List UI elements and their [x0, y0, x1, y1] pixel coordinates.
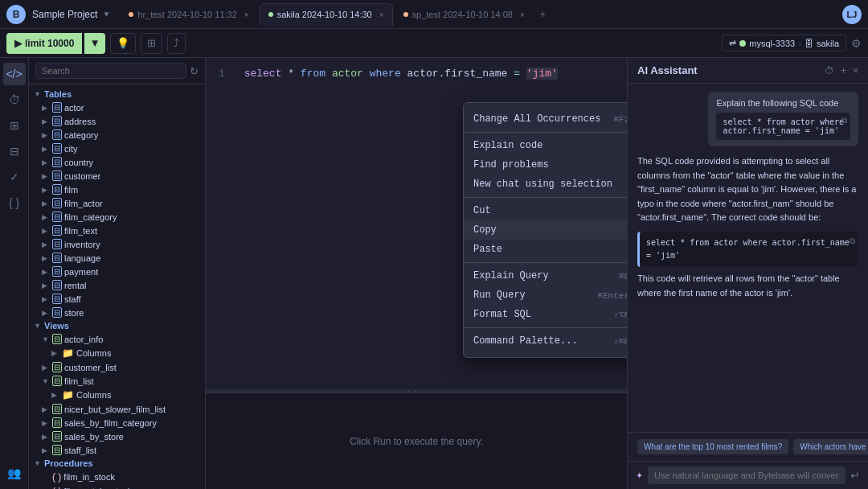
run-button[interactable]: ▶ limit 10000: [6, 33, 82, 54]
ctx-change-all-occurrences[interactable]: Change All Occurrences ⌘F2: [464, 109, 627, 129]
tab-sp-test[interactable]: sp_test 2024-10-10 14:08 ×: [395, 3, 534, 26]
sidebar-item-film-list-columns[interactable]: ▶ 📁 Columns: [29, 388, 205, 402]
ai-snippet-copy-icon[interactable]: ⧉: [850, 235, 855, 248]
ai-send-icon[interactable]: ↵: [850, 469, 860, 482]
sidebar-section-tables[interactable]: ▼ Tables: [29, 88, 205, 101]
ctx-run-query[interactable]: Run Query ⌘Enter: [464, 286, 627, 305]
table-label-rental: rental: [64, 281, 87, 290]
sidebar-item-sales-by-film-category[interactable]: ▶ ⊟ sales_by_film_category: [29, 416, 205, 429]
sidebar-item-customer-list[interactable]: ▶ ⊟ customer_list: [29, 360, 205, 374]
view-label-staff-list: staff_list: [64, 446, 96, 455]
sidebar-item-country[interactable]: ▶ ⊟ country: [29, 155, 205, 169]
ctx-find-problems[interactable]: Find problems: [464, 155, 627, 175]
ai-suggestion-1[interactable]: What are the top 10 most rented films?: [637, 439, 788, 454]
sidebar-item-rental[interactable]: ▶ ⊟ rental: [29, 278, 205, 292]
sidebar-item-language[interactable]: ▶ ⊟ language: [29, 251, 205, 265]
view-label-customer-list: customer_list: [64, 363, 117, 372]
iconbar-brackets[interactable]: { }: [3, 191, 26, 214]
ai-input-field[interactable]: [648, 466, 845, 484]
iconbar-code[interactable]: </>: [3, 63, 26, 85]
iconbar-history[interactable]: ⏱: [3, 88, 26, 111]
view-columns-label: Columns: [76, 348, 111, 358]
sidebar-item-nicer-film-list[interactable]: ▶ ⊟ nicer_but_slower_film_list: [29, 402, 205, 416]
sidebar-item-film[interactable]: ▶ ⊟ film: [29, 183, 205, 196]
editor-area: 1 select * from actor where actor.first_…: [206, 58, 627, 489]
sidebar-item-film-actor[interactable]: ▶ ⊟ film_actor: [29, 196, 205, 210]
sidebar-item-payment[interactable]: ▶ ⊟ payment: [29, 265, 205, 278]
run-dropdown-button[interactable]: ▼: [84, 33, 104, 54]
table-label-country: country: [64, 158, 93, 167]
sidebar-item-film-text[interactable]: ▶ ⊟ film_text: [29, 224, 205, 237]
db-selector[interactable]: ⇌ mysql-3333 › 🗄 sakila: [722, 35, 846, 51]
tab-close-hr[interactable]: ×: [244, 10, 249, 19]
sidebar-section-views[interactable]: ▼ Views: [29, 319, 205, 332]
tab-sakila[interactable]: sakila 2024-10-10 14:30 ×: [260, 3, 393, 26]
sidebar-item-film-list[interactable]: ▼ ⊟ film_list: [29, 374, 205, 388]
table-label-language: language: [64, 253, 100, 263]
settings-icon[interactable]: ⚙: [851, 37, 862, 50]
ctx-change-all-shortcut: ⌘F2: [613, 114, 627, 125]
explain-button[interactable]: 💡: [110, 33, 136, 54]
view-icon-customer-list: ⊟: [52, 362, 62, 372]
ctx-explain-code[interactable]: Explain code: [464, 136, 627, 155]
ai-code-copy-icon[interactable]: ⧉: [841, 116, 847, 125]
tab-close-sp[interactable]: ×: [520, 10, 525, 19]
sidebar-item-film-in-stock[interactable]: ( ) film_in_stock: [29, 470, 205, 484]
ai-history-icon[interactable]: ⏱: [825, 65, 834, 76]
schema-name: sakila: [817, 39, 839, 48]
sidebar-item-customer[interactable]: ▶ ⊟ customer: [29, 169, 205, 183]
sidebar-section-procedures[interactable]: ▼ Procedures: [29, 457, 205, 470]
ctx-paste[interactable]: Paste: [464, 240, 627, 259]
iconbar-check[interactable]: ✓: [3, 166, 26, 188]
ctx-copy[interactable]: Copy: [464, 220, 627, 240]
ctx-cut[interactable]: Cut: [464, 201, 627, 220]
sidebar-item-store[interactable]: ▶ ⊟ store: [29, 306, 205, 319]
main-area: </> ⏱ ⊞ ⊟ ✓ { } 👥 ↻ ▼ Tables ▶ ⊟ actor ▶: [0, 58, 868, 489]
sidebar-item-staff[interactable]: ▶ ⊟ staff: [29, 292, 205, 306]
tab-add-button[interactable]: +: [535, 9, 551, 20]
sidebar-search-area: ↻: [29, 58, 205, 84]
sidebar-item-film-category[interactable]: ▶ ⊟ film_category: [29, 210, 205, 224]
iconbar-users[interactable]: 👥: [3, 462, 26, 484]
sidebar-item-inventory[interactable]: ▶ ⊟ inventory: [29, 237, 205, 251]
folder-icon-film-list: 📁: [62, 389, 74, 401]
tables-label: Tables: [44, 89, 72, 99]
table-icon-staff: ⊟: [52, 294, 62, 304]
ctx-format-sql-label: Format SQL: [473, 309, 531, 320]
sidebar-item-staff-list[interactable]: ▶ ⊟ staff_list: [29, 443, 205, 457]
project-dropdown-icon[interactable]: ▼: [102, 10, 110, 18]
search-input[interactable]: [35, 63, 186, 79]
ai-panel: AI Assistant ⏱ + × Explain the following…: [627, 58, 868, 489]
ai-response-code: select * from actor where actor.first_na…: [646, 238, 850, 260]
view-label-actor-info: actor_info: [64, 335, 103, 344]
ctx-explain-query[interactable]: Explain Query ⌘E: [464, 266, 627, 286]
iconbar-grid[interactable]: ⊟: [3, 140, 26, 162]
ai-suggestion-2[interactable]: Which actors have appeared in the...: [793, 439, 868, 454]
tab-close-sakila[interactable]: ×: [379, 10, 384, 19]
ai-user-bubble: Explain the following SQL code select * …: [708, 92, 858, 146]
sql-editor[interactable]: 1 select * from actor where actor.first_…: [206, 58, 627, 389]
refresh-icon[interactable]: ↻: [190, 65, 199, 77]
view-label-film-list: film_list: [64, 376, 94, 386]
format-button[interactable]: ⊞: [141, 33, 162, 54]
tab-hr-test[interactable]: hr_test 2024-10-10 11:32 ×: [120, 3, 257, 26]
ctx-command-palette[interactable]: Command Palette... ⇧⌘P: [464, 331, 627, 351]
drag-handle[interactable]: • • •: [206, 389, 627, 392]
sidebar-item-sales-by-store[interactable]: ▶ ⊟ sales_by_store: [29, 429, 205, 443]
share-button[interactable]: ⤴: [167, 33, 186, 54]
ctx-new-chat[interactable]: New chat using selection: [464, 175, 627, 194]
sidebar-item-actor-info[interactable]: ▼ ⊟ actor_info: [29, 332, 205, 346]
line-number-1: 1: [219, 68, 225, 80]
sidebar-item-actor-info-columns[interactable]: ▶ 📁 Columns: [29, 346, 205, 360]
sidebar-item-city[interactable]: ▶ ⊟ city: [29, 142, 205, 155]
tab-label-sakila: sakila 2024-10-10 14:30: [277, 10, 372, 19]
iconbar-table[interactable]: ⊞: [3, 114, 26, 137]
sidebar-item-actor[interactable]: ▶ ⊟ actor: [29, 101, 205, 114]
sidebar-item-category[interactable]: ▶ ⊟ category: [29, 128, 205, 142]
sidebar-item-film-not-in-stock[interactable]: ( ) film_not_in_stock: [29, 484, 205, 489]
ai-new-chat-icon[interactable]: +: [841, 65, 846, 76]
ai-close-icon[interactable]: ×: [853, 65, 858, 76]
ctx-format-sql[interactable]: Format SQL ⇧⌥F: [464, 305, 627, 324]
actor-arrow: ▶: [42, 104, 50, 112]
sidebar-item-address[interactable]: ▶ ⊟ address: [29, 114, 205, 128]
